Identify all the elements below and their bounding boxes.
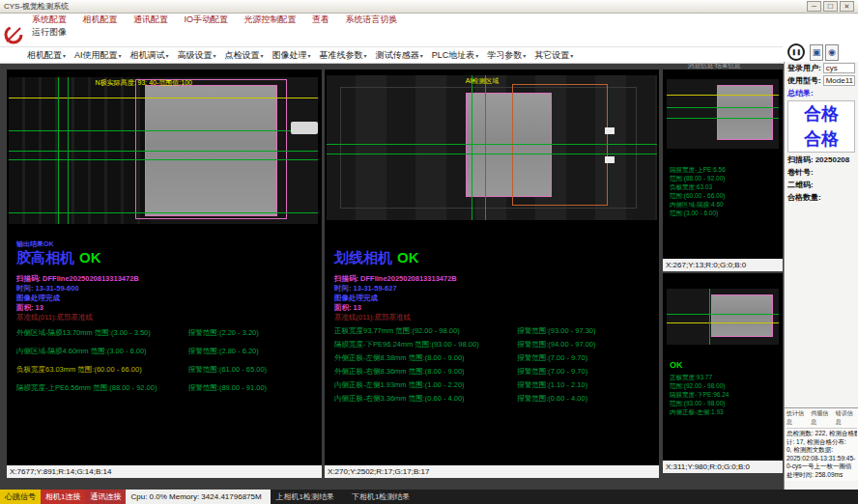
app-logo	[3, 22, 24, 47]
model-label: 使用型号:	[787, 75, 821, 86]
toolbar-image-process[interactable]: 图像处理▾	[272, 49, 311, 62]
lower-camera-result: 下相机1检测结果	[352, 490, 410, 504]
process-done-text: 图像处理完成	[16, 294, 60, 303]
mini-measure-text: 范围:(3.00 - 6.00)	[670, 210, 718, 218]
toolbar-other-settings[interactable]: 其它设置▾	[534, 49, 573, 62]
dropdown-arrow-icon: ▾	[475, 53, 478, 59]
stats-tab[interactable]: 错误信息	[836, 409, 857, 427]
stats-line: 0, 检测图文数据:	[786, 446, 857, 455]
camera-left-image[interactable]: N极实际高度: 93; 40-范围值:100	[9, 77, 318, 224]
toolbar: 相机配置▾ AI使用配置▾ 相机调试▾ 高级设置▾ 点检设置▾ 图像处理▾ 基准…	[0, 46, 783, 64]
part-region	[711, 294, 773, 337]
overlay-line	[9, 159, 318, 160]
login-label: 登录用户:	[787, 63, 821, 73]
stats-line: 总检测数: 222, 检测合格数:	[786, 430, 857, 438]
bright-spot	[605, 156, 615, 163]
measurement-text: 内侧正极-左侧1.93mm 范围:(1.00 - 2.20)	[334, 380, 517, 390]
overlay-line	[667, 95, 779, 96]
preview-top-panel[interactable]: 隔膜宽度-上PE:6.56 范围:(88.00 - 92.00) 负极宽度:63…	[663, 70, 783, 259]
dropdown-arrow-icon: ▾	[119, 53, 122, 59]
menu-item-io-manual-config[interactable]: IO手动配置	[178, 14, 236, 26]
login-value-field[interactable]: cys	[823, 63, 855, 73]
menu-item-comm-config[interactable]: 通讯配置	[127, 14, 175, 26]
count-row: 合格数量:	[785, 191, 858, 204]
menu-item-light-control-config[interactable]: 光源控制配置	[238, 14, 303, 26]
titlebar: CYS-视觉检测系统 ─ ☐ ✕	[0, 0, 858, 14]
camera-results-status: 上相机1检测结果 下相机1检测结果	[271, 490, 858, 504]
alarm-range: 报警范围:(89.00 - 91.00)	[188, 383, 318, 393]
measurement-row: 外侧正极-右侧8.36mm 范围:(8.00 - 9.00) 报警范围:(7.0…	[334, 367, 655, 377]
alarm-range: 报警范围:(7.00 - 9.70)	[517, 367, 655, 377]
measurement-text: 内侧正极-右侧3.36mm 范围:(0.60 - 4.00)	[334, 394, 517, 404]
menu-item-view[interactable]: 查看	[305, 14, 336, 26]
toolbar-plc-address[interactable]: PLC地址表▾	[432, 49, 479, 62]
mini-measure-text: 范围:(93.00 - 98.00)	[670, 400, 725, 408]
stats-line: 0-cys一号上一枚一圈值	[786, 462, 857, 471]
scan-value: 20250208	[815, 155, 850, 164]
model-value-field[interactable]: Mode11	[823, 75, 855, 86]
measurement-row: 隔膜宽度-下PE96.24mm 范围:(93.00 - 98.00) 报警范围:…	[334, 340, 655, 350]
model-row: 使用型号: Mode11	[785, 74, 858, 87]
toolbar-baseline-params[interactable]: 基准线参数▾	[320, 49, 367, 62]
baseline-text: 基准线(011):底部基准线	[16, 313, 93, 322]
mini-measure-text: 隔膜宽度-下PE:96.24	[670, 391, 729, 400]
part-region	[717, 85, 773, 141]
toolbar-ai-config[interactable]: AI使用配置▾	[74, 49, 122, 62]
result-line: 合格	[788, 126, 854, 152]
toolbar-camera-config[interactable]: 相机配置▾	[27, 49, 66, 62]
mini-measure-text: 正极宽度:93.77	[670, 374, 712, 382]
stats-tab[interactable]: 统计信息	[786, 409, 808, 427]
stats-line: 2025:02:08-13:31:59:45-	[786, 455, 857, 463]
count-label: 合格数量:	[787, 192, 821, 203]
measurement-row: 内侧正极-左侧1.93mm 范围:(1.00 - 2.20) 报警范围:(1.1…	[334, 380, 655, 390]
toolbar-learn-params[interactable]: 学习参数▾	[487, 49, 526, 62]
result-line: 合格	[788, 101, 854, 126]
stats-line: 计: 17, 检测合格分布:	[786, 438, 857, 447]
upper-camera-result: 上相机1检测结果	[275, 490, 333, 504]
status-bar: 心跳信号 相机1连接 通讯连接 Cpu: 0.0% Memory: 3424.4…	[0, 490, 858, 504]
toolbar-test-sensor[interactable]: 测试传感器▾	[376, 49, 423, 62]
preview-bottom-image[interactable]	[667, 289, 779, 345]
mini-measure-text: 范围:(60.00 - 66.00)	[670, 192, 725, 201]
minimize-button[interactable]: ─	[807, 1, 821, 12]
overlay-label: AI检测区域	[466, 76, 500, 86]
ai-roi-rect	[512, 84, 608, 206]
overlay-line	[667, 118, 779, 119]
pause-button[interactable]: ❚❚	[787, 43, 805, 61]
camera-left-panel[interactable]: N极实际高度: 93; 40-范围值:100 输出结果OK 胶高相机OK 扫描码…	[7, 70, 322, 465]
coordinate-bar-preview-top: X:267;Y:13;R:0;G:0;B:0	[663, 259, 783, 271]
measurement-text: 外侧正极-右侧8.36mm 范围:(8.00 - 9.00)	[334, 367, 517, 377]
overlay-line	[9, 130, 318, 131]
overlay-label: N极实际高度: 93; 40-范围值:100	[96, 78, 192, 88]
window-buttons: ─ ☐ ✕	[807, 1, 854, 12]
preview-top-image[interactable]	[667, 79, 779, 149]
camera-mid-panel[interactable]: AI检测区域 划线相机OK 扫描码: DFFline20250208133134…	[325, 70, 659, 465]
dropdown-arrow-icon: ▾	[420, 53, 423, 59]
menu-item-language-switch[interactable]: 系统语言切换	[339, 14, 405, 26]
scan-code-text: 扫描码: DFFline2025020813313472B	[334, 274, 457, 284]
stats-tab[interactable]: 伺服信息	[811, 409, 832, 427]
dropdown-arrow-icon: ▾	[308, 53, 311, 59]
scan-code-text: 扫描码: DFFline2025020813313472B	[16, 274, 139, 284]
area-text: 面积: 13	[16, 303, 43, 313]
toolbar-spot-check[interactable]: 点检设置▾	[225, 49, 264, 62]
toolbar-advanced-settings[interactable]: 高级设置▾	[178, 49, 216, 62]
tab-run-image[interactable]: 运行图像	[25, 26, 73, 39]
snapshot-button[interactable]: ▣	[810, 44, 823, 61]
menu-item-system-config[interactable]: 系统配置	[25, 14, 73, 26]
mini-measure-text: 内侧区域-隔膜:4.60	[670, 201, 724, 210]
process-done-text: 图像处理完成	[334, 294, 378, 303]
close-button[interactable]: ✕	[840, 1, 854, 12]
record-button[interactable]: ◉	[825, 44, 839, 61]
toolbar-camera-debug[interactable]: 相机调试▾	[130, 49, 169, 62]
camera-mid-image[interactable]: AI检测区域	[327, 75, 657, 220]
menu-item-camera-config[interactable]: 相机配置	[76, 14, 125, 26]
menu-bar: 系统配置 相机配置 通讯配置 IO手动配置 光源控制配置 查看 系统语言切换	[25, 14, 856, 26]
scan-label: 扫描码:	[787, 154, 814, 165]
sidebar: 登录用户: cys 使用型号: Mode11 总结果: 合格 合格 扫描码: 2…	[784, 62, 858, 490]
qr-label: 二维码:	[787, 180, 814, 190]
maximize-button[interactable]: ☐	[823, 1, 838, 12]
needle-label: 卷针号:	[787, 167, 814, 178]
preview-bottom-panel[interactable]: OK 正极宽度:93.77 范围:(92.00 - 98.00) 隔膜宽度-下P…	[663, 273, 783, 461]
dropdown-arrow-icon: ▾	[63, 53, 66, 59]
